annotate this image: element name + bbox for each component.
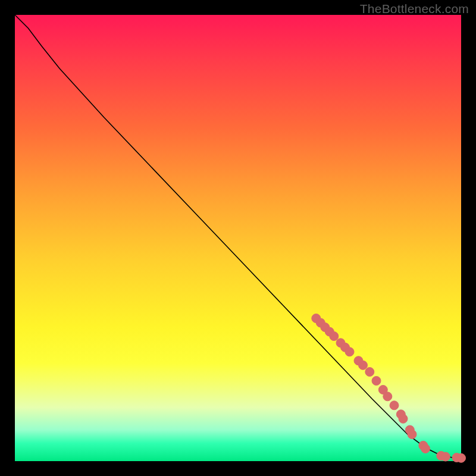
chart-plot-area — [15, 15, 461, 461]
watermark-label: TheBottleneck.com — [360, 2, 469, 16]
chart-frame: TheBottleneck.com — [0, 0, 476, 476]
